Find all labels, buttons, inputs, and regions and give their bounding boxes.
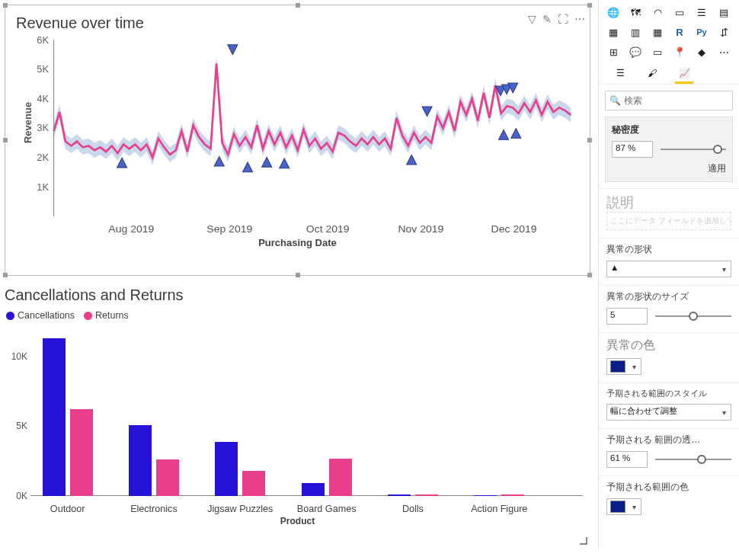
sensitivity-title: 秘密度 <box>612 123 726 136</box>
search-input[interactable] <box>605 91 733 110</box>
viz-icon-paginated[interactable]: 📍 <box>671 44 688 59</box>
resize-handle[interactable] <box>580 537 587 545</box>
legend-item-cancellations: Cancellations <box>6 310 75 321</box>
more-options-icon[interactable]: ⋯ <box>574 13 585 25</box>
ytick: 5K <box>5 421 27 431</box>
bar-x-label: Action Figure <box>471 504 527 514</box>
bar-xaxis-label: Product <box>5 516 590 526</box>
resize-handle[interactable] <box>587 3 592 8</box>
pane-tabs: ☰ 🖌 📈 <box>599 61 739 85</box>
anomaly-color-select[interactable] <box>606 358 641 375</box>
bar-x-label: Jigsaw Puzzles <box>207 504 273 514</box>
viz-icon-globe[interactable]: 🗺 <box>627 5 644 20</box>
svg-text:3K: 3K <box>37 123 50 134</box>
bar-x-label: Electronics <box>130 504 178 514</box>
resize-handle[interactable] <box>296 273 300 277</box>
viz-icon-gauge[interactable]: ◠ <box>649 5 666 20</box>
viz-icon-slicer[interactable]: ▦ <box>605 24 622 40</box>
bar-x-label: Board Games <box>297 504 357 514</box>
anomaly-color-label: 異常の色 <box>606 338 731 354</box>
viz-icon-kpi[interactable]: ▤ <box>715 5 732 20</box>
bar-group <box>129 425 179 497</box>
tab-fields[interactable]: ☰ <box>611 64 629 82</box>
range-opacity-slider[interactable] <box>655 454 731 465</box>
range-color-label: 予期される範囲の色 <box>606 481 731 494</box>
sensitivity-section: 秘密度 87 % 適用 <box>605 117 733 182</box>
focus-mode-icon[interactable]: ⛶ <box>558 13 568 25</box>
fields-icon: ☰ <box>616 68 625 78</box>
line-chart-visual[interactable]: Revenue over time ▽ ✎ ⛶ ⋯ Revenue 1K2K3K… <box>5 5 590 276</box>
svg-text:2K: 2K <box>37 152 50 163</box>
range-opacity-section: 予期される 範囲の透… 61 % <box>599 428 739 475</box>
resize-handle[interactable] <box>296 3 300 8</box>
color-swatch-icon <box>610 501 625 513</box>
range-opacity-label: 予期される 範囲の透… <box>606 434 731 446</box>
resize-handle[interactable] <box>3 3 8 8</box>
filter-icon[interactable]: ▽ <box>528 13 536 25</box>
viz-icon-qna[interactable]: 💬 <box>627 44 644 59</box>
visualization-gallery: 🌐 🗺 ◠ ▭ ☰ ▤ ▦ ▥ ▦ R Py ⇵ ⊞ 💬 ▭ 📍 ◆ ⋯ <box>599 0 739 61</box>
formatting-sidebar: 🌐 🗺 ◠ ▭ ☰ ▤ ▦ ▥ ▦ R Py ⇵ ⊞ 💬 ▭ 📍 ◆ ⋯ ☰ 🖌 <box>598 0 739 549</box>
bar-returns <box>329 459 352 496</box>
bar-cancellations <box>129 425 152 497</box>
bar-returns <box>242 471 265 496</box>
resize-handle[interactable] <box>3 273 8 277</box>
range-style-select[interactable]: 幅に合わせて調整 <box>606 404 731 421</box>
viz-icon-table[interactable]: ▥ <box>627 24 644 40</box>
ytick: 0K <box>5 491 27 501</box>
range-style-section: 予期される範囲のスタイル 幅に合わせて調整 <box>599 382 739 428</box>
sensitivity-slider[interactable] <box>661 144 726 155</box>
viz-icon-multirow[interactable]: ☰ <box>693 5 710 20</box>
explain-title: 説明 <box>606 194 731 212</box>
svg-text:Oct 2019: Oct 2019 <box>306 222 350 235</box>
bar-group <box>215 442 265 497</box>
anomaly-size-slider[interactable] <box>655 311 731 322</box>
ytick: 10K <box>5 351 27 362</box>
resize-handle[interactable] <box>587 273 592 277</box>
viz-icon-more[interactable]: ⋯ <box>715 44 732 59</box>
anomaly-shape-label: 異常の形状 <box>606 243 731 256</box>
legend-item-returns: Returns <box>84 310 129 321</box>
legend-label: Cancellations <box>18 310 75 321</box>
line-yaxis-label: Revenue <box>22 102 34 143</box>
bar-group <box>43 338 93 496</box>
line-chart-title: Revenue over time <box>5 5 590 35</box>
viz-icon-card[interactable]: ▭ <box>671 5 688 20</box>
viz-icon-r[interactable]: R <box>671 24 688 40</box>
bar-chart-visual[interactable]: Cancellations and Returns Cancellations … <box>5 285 590 545</box>
legend-label: Returns <box>95 310 129 321</box>
viz-icon-narrative[interactable]: ▭ <box>649 44 666 59</box>
color-swatch-icon <box>610 360 625 373</box>
anomaly-color-section: 異常の色 <box>599 332 739 382</box>
report-canvas: Revenue over time ▽ ✎ ⛶ ⋯ Revenue 1K2K3K… <box>0 0 598 549</box>
explain-fieldwell[interactable]: ここにデータ フィールドを追加してください <box>606 212 731 230</box>
explain-section: 説明 ここにデータ フィールドを追加してください <box>599 188 739 238</box>
viz-icon-py[interactable]: Py <box>693 24 710 40</box>
viz-icon-keyinfluencers[interactable]: ⇵ <box>715 24 732 40</box>
anomaly-size-value[interactable]: 5 <box>606 308 648 325</box>
range-style-label: 予期される範囲のスタイル <box>606 388 731 399</box>
line-xaxis-label: Purchasing Date <box>258 237 337 248</box>
apply-button[interactable]: 適用 <box>612 162 726 175</box>
svg-text:Sep 2019: Sep 2019 <box>206 222 252 235</box>
anomaly-size-label: 異常の形状のサイズ <box>606 290 731 303</box>
tab-format[interactable]: 🖌 <box>643 64 661 82</box>
bar-cancellations <box>215 442 238 497</box>
bar-chart-title: Cancellations and Returns <box>5 285 590 309</box>
sensitivity-value[interactable]: 87 % <box>612 141 653 158</box>
range-color-select[interactable] <box>606 498 641 515</box>
anomaly-shape-select[interactable]: ▲ <box>606 261 731 277</box>
tab-analytics[interactable]: 📈 <box>675 64 693 82</box>
svg-text:Nov 2019: Nov 2019 <box>398 222 443 235</box>
svg-text:Dec 2019: Dec 2019 <box>491 222 537 235</box>
visual-toolbar: ▽ ✎ ⛶ ⋯ <box>528 13 585 25</box>
range-opacity-value[interactable]: 61 % <box>606 451 648 468</box>
svg-text:Aug 2019: Aug 2019 <box>108 222 154 235</box>
viz-icon-matrix[interactable]: ▦ <box>649 24 666 40</box>
viz-icon-arcgis[interactable]: 🌐 <box>605 5 622 20</box>
analytics-brush-icon[interactable]: ✎ <box>542 13 552 25</box>
search-box: 🔍 <box>605 91 733 110</box>
viz-icon-decomp[interactable]: ⊞ <box>605 44 622 59</box>
bar-returns <box>70 409 93 496</box>
viz-icon-powerapps[interactable]: ◆ <box>693 44 710 59</box>
